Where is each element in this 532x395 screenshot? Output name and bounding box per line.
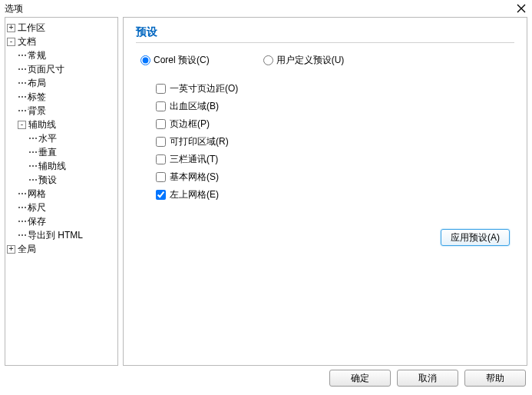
tree-connector: ⋯ [18,201,28,214]
tree-item-horizontal[interactable]: 水平 [38,131,57,145]
collapse-icon[interactable]: - [7,38,15,46]
tree-connector: ⋯ [18,48,28,62]
check-printable-label: 可打印区域(R) [170,135,229,148]
tree-connector: ⋯ [18,187,28,201]
dialog-footer: 确定 取消 帮助 [0,366,532,390]
tree-item-guides[interactable]: 辅助线 [38,159,66,173]
tree-item-workspace[interactable]: 工作区 [18,21,45,35]
check-three-col-label: 三栏通讯(T) [170,153,218,166]
tree-item-background[interactable]: 背景 [28,104,46,118]
preset-source-group: Corel 预设(C) 用户定义预设(U) [136,54,514,67]
titlebar: 选项 [0,0,532,17]
tree-item-grid[interactable]: 网格 [28,187,46,201]
collapse-icon[interactable]: - [18,121,26,129]
tree-connector: ⋯ [28,131,38,145]
radio-user-input[interactable] [263,55,273,65]
close-button[interactable] [515,2,527,15]
check-one-inch-label: 一英寸页边距(O) [170,82,238,95]
close-icon [517,4,526,13]
tree-connector: ⋯ [18,76,28,90]
tree-item-labels[interactable]: 标签 [28,90,46,104]
content-panel: 预设 Corel 预设(C) 用户定义预设(U) 一英寸页边距(O) 出血区域(… [123,17,527,366]
check-one-inch[interactable] [156,84,166,94]
check-three-col[interactable] [156,154,166,164]
radio-user-preset[interactable]: 用户定义预设(U) [263,54,345,67]
expand-icon[interactable]: + [7,245,15,254]
cancel-button[interactable]: 取消 [397,370,458,387]
tree-item-presets[interactable]: 预设 [38,173,57,187]
tree-item-guidelines[interactable]: 辅助线 [28,118,56,131]
tree-item-save[interactable]: 保存 [28,214,46,228]
tree-connector: ⋯ [28,145,38,159]
check-bleed-label: 出血区域(B) [170,100,219,113]
tree-item-general[interactable]: 常规 [28,48,46,62]
tree-connector: ⋯ [28,173,38,187]
window-title: 选项 [5,2,515,15]
tree-item-document[interactable]: 文档 [18,35,36,48]
check-upper-left-grid-label: 左上网格(E) [170,188,219,201]
divider [136,42,514,43]
ok-button[interactable]: 确定 [329,370,391,387]
check-page-border-label: 页边框(P) [170,118,210,131]
tree-connector: ⋯ [18,62,28,76]
tree-connector: ⋯ [18,104,28,118]
tree-item-vertical[interactable]: 垂直 [38,145,57,159]
tree-item-ruler[interactable]: 标尺 [28,201,46,214]
check-basic-grid-label: 基本网格(S) [170,171,219,184]
help-button[interactable]: 帮助 [464,370,526,387]
tree-item-export-html[interactable]: 导出到 HTML [28,228,83,242]
tree-connector: ⋯ [18,228,28,242]
check-upper-left-grid[interactable] [156,190,166,200]
tree-connector: ⋯ [18,90,28,104]
panel-title: 预设 [136,25,514,39]
radio-corel-preset[interactable]: Corel 预设(C) [140,54,210,67]
check-basic-grid[interactable] [156,172,166,182]
check-printable[interactable] [156,137,166,147]
radio-corel-label: Corel 预设(C) [154,54,210,67]
tree-connector: ⋯ [28,159,38,173]
expand-icon[interactable]: + [7,24,15,32]
preset-checklist: 一英寸页边距(O) 出血区域(B) 页边框(P) 可打印区域(R) 三栏通讯(T… [136,82,514,201]
apply-preset-button[interactable]: 应用预设(A) [441,229,510,246]
check-page-border[interactable] [156,119,166,129]
tree-item-global[interactable]: 全局 [18,242,36,256]
tree-item-layout[interactable]: 布局 [28,76,46,90]
check-bleed[interactable] [156,101,166,111]
radio-corel-input[interactable] [140,55,150,65]
tree-connector: ⋯ [18,214,28,228]
radio-user-label: 用户定义预设(U) [276,54,345,67]
tree-item-page-size[interactable]: 页面尺寸 [28,62,64,76]
sidebar-tree: + 工作区 - 文档 ⋯常规 ⋯页面尺寸 ⋯布局 ⋯标签 ⋯背景 [5,17,118,366]
